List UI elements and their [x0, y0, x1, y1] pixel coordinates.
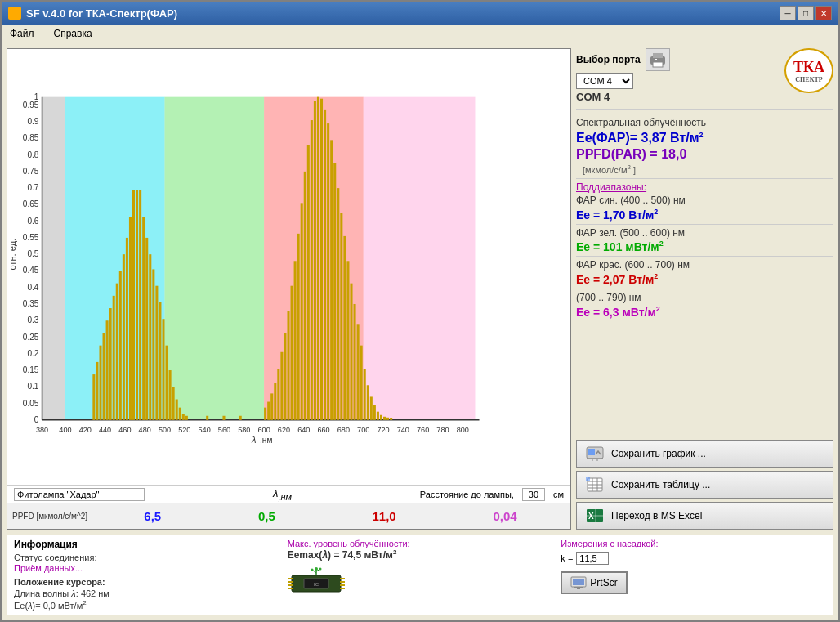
- svg-rect-110: [346, 261, 349, 420]
- svg-text:0.5: 0.5: [27, 249, 38, 258]
- info-status-col: Информация Статус соединения: Приём данн…: [14, 539, 279, 611]
- svg-rect-125: [653, 53, 663, 58]
- window-controls: ─ □ ✕: [780, 6, 832, 20]
- ppfd-values: 6,5 0,5 11,0 0,04: [96, 509, 565, 523]
- svg-rect-88: [274, 383, 276, 420]
- svg-rect-126: [653, 62, 663, 67]
- far-green-label: ФАР зел. (500 .. 600) нм: [576, 227, 685, 239]
- svg-text:λ: λ: [251, 435, 256, 445]
- save-chart-button[interactable]: Сохранить график ...: [576, 440, 833, 468]
- svg-rect-147: [288, 584, 293, 586]
- svg-rect-103: [324, 110, 326, 420]
- window-title: SF v.4.0 for ТКА-Спектр(ФАР): [26, 7, 177, 20]
- svg-rect-57: [106, 320, 109, 420]
- svg-text:0.45: 0.45: [23, 266, 39, 275]
- printer-icon[interactable]: [646, 48, 670, 71]
- excel-button[interactable]: X Переход в MS Excel: [576, 502, 833, 530]
- save-table-button[interactable]: Сохранить таблицу ...: [576, 471, 833, 499]
- prtscr-button[interactable]: PrtScr: [561, 571, 627, 594]
- meas-label: Измерения с насадкой:: [561, 539, 658, 548]
- svg-rect-105: [330, 140, 333, 419]
- svg-text:480: 480: [139, 426, 151, 434]
- svg-rect-90: [280, 352, 283, 420]
- svg-rect-4: [364, 97, 476, 420]
- svg-rect-108: [340, 213, 342, 420]
- svg-text:680: 680: [337, 426, 350, 434]
- svg-rect-80: [182, 414, 185, 420]
- svg-rect-96: [301, 203, 303, 419]
- svg-rect-107: [337, 188, 339, 420]
- svg-rect-127: [655, 59, 657, 60]
- svg-rect-162: [573, 579, 584, 585]
- cursor-label: Положение курсора:: [14, 577, 105, 587]
- svg-text:800: 800: [457, 426, 469, 434]
- svg-rect-53: [92, 374, 95, 420]
- svg-rect-104: [327, 123, 329, 420]
- svg-rect-56: [103, 333, 105, 419]
- svg-text:1: 1: [34, 92, 39, 101]
- menu-file[interactable]: Файл: [5, 26, 39, 41]
- svg-rect-118: [373, 405, 376, 420]
- svg-text:640: 640: [297, 426, 310, 434]
- k-row: k =: [561, 552, 609, 565]
- maximize-button[interactable]: □: [798, 6, 814, 20]
- range-label: (700 .. 790) нм: [576, 292, 641, 303]
- minimize-button[interactable]: ─: [780, 6, 796, 20]
- distance-input[interactable]: [522, 488, 545, 501]
- save-chart-icon: [585, 445, 605, 462]
- svg-text:420: 420: [79, 426, 92, 434]
- port-label: Выбор порта: [576, 54, 641, 65]
- svg-text:380: 380: [36, 426, 48, 434]
- svg-text:IC: IC: [314, 582, 319, 587]
- port-select[interactable]: COM 4 COM 1 COM 2 COM 3: [576, 73, 633, 89]
- svg-rect-81: [185, 416, 188, 420]
- menu-help[interactable]: Справка: [49, 26, 97, 41]
- wave-label: Длина волны λ: 462 нм: [14, 588, 109, 598]
- prtscr-label: PrtScr: [590, 577, 617, 588]
- svg-text:600: 600: [258, 426, 270, 434]
- svg-rect-99: [311, 120, 313, 420]
- svg-rect-116: [367, 385, 369, 420]
- svg-text:580: 580: [238, 426, 250, 434]
- excel-label: Переход в MS Excel: [611, 510, 702, 521]
- svg-rect-123: [390, 418, 392, 420]
- ppfd-par-value: PPFD(PAR) = 18,0: [576, 147, 686, 161]
- close-button[interactable]: ✕: [815, 6, 832, 20]
- right-panel: Выбор порта COM 4: [576, 48, 833, 530]
- svg-rect-97: [304, 172, 306, 420]
- com4-display: COM 4: [576, 91, 610, 103]
- ee-far-value: Ee(ФАР)= 3,87 Вт/м2: [576, 131, 704, 145]
- status-value: Приём данных...: [14, 563, 279, 573]
- spectral-data: Спектральная облучённость Ee(ФАР)= 3,87 …: [576, 115, 833, 433]
- k-input[interactable]: [576, 552, 609, 565]
- svg-text:0.05: 0.05: [23, 399, 39, 408]
- svg-rect-65: [132, 190, 135, 420]
- svg-point-159: [311, 569, 313, 571]
- ppfd-green-value: 0,5: [258, 509, 275, 523]
- svg-rect-95: [297, 234, 300, 420]
- svg-rect-102: [320, 99, 323, 420]
- svg-text:760: 760: [417, 426, 429, 434]
- ee-blue-value: Ee = 1,70 Вт/м2: [576, 208, 658, 222]
- svg-text:400: 400: [59, 426, 71, 434]
- svg-rect-101: [317, 97, 319, 420]
- lamp-name-input[interactable]: [14, 488, 145, 501]
- svg-rect-2: [165, 97, 265, 420]
- svg-rect-85: [264, 408, 266, 420]
- svg-text:0.4: 0.4: [27, 283, 38, 292]
- subranges-label[interactable]: Поддиапазоны:: [576, 181, 646, 193]
- svg-text:0.7: 0.7: [27, 183, 38, 192]
- svg-text:0.75: 0.75: [23, 167, 39, 176]
- svg-rect-89: [277, 369, 279, 420]
- svg-rect-119: [377, 412, 379, 420]
- svg-text:0.1: 0.1: [27, 382, 38, 391]
- svg-rect-0: [42, 97, 65, 420]
- ppfd-par-unit: [мкмол/с/м2 ]: [583, 165, 636, 175]
- svg-rect-121: [383, 417, 386, 420]
- k-label: k =: [561, 553, 573, 563]
- svg-rect-148: [288, 588, 293, 589]
- svg-rect-98: [307, 145, 310, 419]
- svg-rect-59: [113, 296, 115, 420]
- svg-text:0.65: 0.65: [23, 199, 39, 208]
- svg-text:0.8: 0.8: [27, 150, 38, 159]
